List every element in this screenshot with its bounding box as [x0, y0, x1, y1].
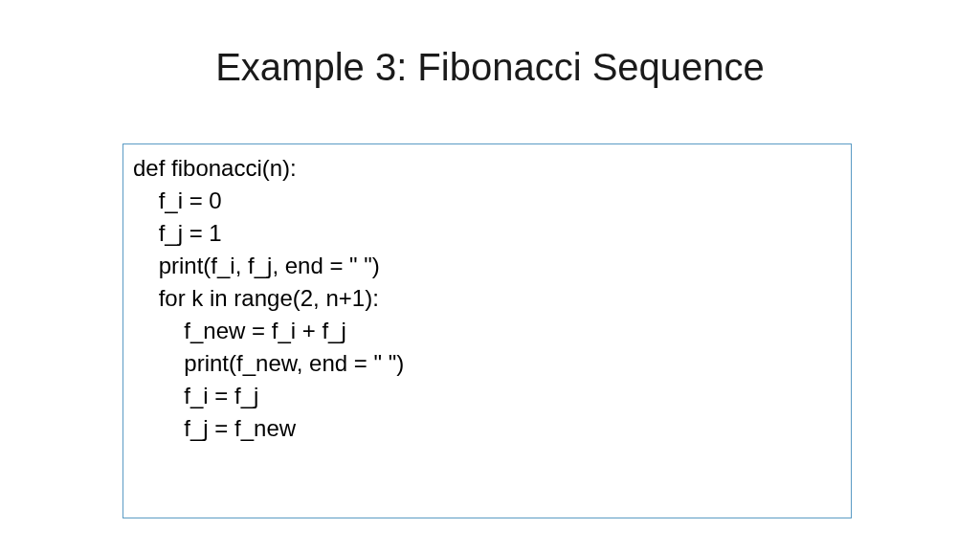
code-box: def fibonacci(n): f_i = 0 f_j = 1 print(… — [122, 143, 852, 518]
code-line: f_new = f_i + f_j — [133, 315, 841, 347]
code-line: print(f_i, f_j, end = " ") — [133, 250, 841, 282]
code-line: for k in range(2, n+1): — [133, 282, 841, 315]
code-line: f_j = f_new — [133, 412, 841, 445]
code-line: def fibonacci(n): — [133, 152, 841, 185]
slide-title: Example 3: Fibonacci Sequence — [0, 46, 980, 89]
slide: Example 3: Fibonacci Sequence def fibona… — [0, 0, 980, 551]
code-line: print(f_new, end = " ") — [133, 347, 841, 380]
code-line: f_j = 1 — [133, 217, 841, 250]
code-line: f_i = 0 — [133, 185, 841, 217]
code-line: f_i = f_j — [133, 380, 841, 412]
